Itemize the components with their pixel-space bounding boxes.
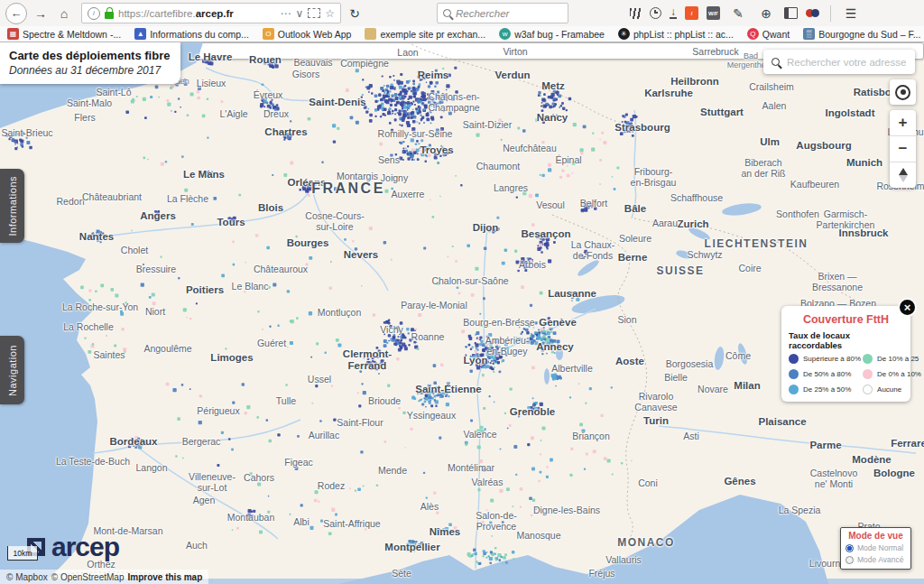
containers-icon[interactable] <box>806 8 820 19</box>
map-label: Neufchâteau <box>503 143 557 153</box>
zoom-controls: + − <box>890 110 916 188</box>
map-label: Strasbourg <box>614 122 670 134</box>
radio-button[interactable] <box>845 544 854 552</box>
map-label: Crailsheim <box>749 81 794 92</box>
browser-chrome: ← → ⌂ i https://cartefibre.arcep.fr ⋯ ∨ … <box>0 0 924 42</box>
page-actions-icon[interactable]: ⋯ <box>280 7 291 20</box>
legend-color-dot <box>789 354 799 364</box>
bookmark-label: Qwant <box>762 29 790 40</box>
bookmark-star-icon[interactable]: ☆ <box>325 7 335 20</box>
legend-close-button[interactable]: × <box>898 298 917 317</box>
library-icon[interactable] <box>630 8 642 19</box>
extension-wf-icon[interactable]: W/F <box>707 6 720 20</box>
map-canvas[interactable]: JERSEYLe HavreRouenBeauvaisCompiègneLaon… <box>0 42 924 584</box>
map-label: Montélimar <box>448 462 494 473</box>
url-text[interactable]: https://cartefibre.arcep.fr <box>118 8 275 19</box>
mapbox-link[interactable]: © Mapbox <box>6 572 48 582</box>
zoom-in-button[interactable]: + <box>890 110 916 136</box>
bookmark-item[interactable]: ▲Informations du comp... <box>134 28 249 40</box>
map-label: Briançon <box>572 431 609 441</box>
forward-button[interactable]: → <box>31 4 51 23</box>
back-button[interactable]: ← <box>5 3 27 24</box>
map-label: Milan <box>734 380 760 392</box>
bookmark-label: phpList :: phpList :: ac... <box>633 29 734 40</box>
map-label: Montpellier <box>384 542 439 553</box>
address-search-box[interactable]: Rechercher votre adresse <box>763 50 915 74</box>
screenshot-icon[interactable] <box>308 8 320 18</box>
map-label: Kaufbeuren <box>790 179 839 190</box>
map-label: Bourges <box>287 237 329 249</box>
legend-item-label: Aucune <box>877 385 901 394</box>
site-info-icon[interactable]: i <box>88 7 100 20</box>
map-label: Chalon-sur-Saône <box>431 275 508 286</box>
map-label: Lausanne <box>548 288 596 300</box>
reload-button[interactable]: ↻ <box>345 4 365 23</box>
map-label: Bordeaux <box>109 436 157 448</box>
bookmark-item[interactable]: QQwant <box>747 28 790 40</box>
legend-subtitle: Taux de locaux raccordables <box>789 330 903 350</box>
url-bar[interactable]: i https://cartefibre.arcep.fr ⋯ ∨ ☆ <box>81 3 341 23</box>
history-icon[interactable] <box>650 7 661 19</box>
zoom-out-button[interactable]: − <box>890 136 916 162</box>
bookmark-favicon: ✳ <box>618 28 630 40</box>
pocket-icon[interactable]: ∨ <box>295 7 303 20</box>
map-label: Valence <box>463 429 496 440</box>
map-label: Grenoble <box>510 406 555 418</box>
view-mode-option-label: Mode Normal <box>857 543 903 552</box>
bookmark-item[interactable]: exemple site pr exchan... <box>365 28 485 40</box>
map-label: Dreux <box>263 108 289 119</box>
map-label: Poitiers <box>186 284 224 296</box>
extension-pen-icon[interactable]: ✎ <box>728 4 748 23</box>
view-mode-option[interactable]: Mode Normal <box>845 543 906 552</box>
toolbar-separator <box>830 5 831 22</box>
bookmark-item[interactable]: OOutlook Web App <box>263 28 352 40</box>
sidebar-tab-informations[interactable]: Informations <box>0 169 24 243</box>
browser-search-bar[interactable]: Rechercher <box>437 3 568 23</box>
radio-button[interactable] <box>845 556 854 564</box>
map-label: Nîmes <box>430 526 461 538</box>
map-label: Angoulême <box>143 343 191 354</box>
legend-color-dot <box>863 385 873 394</box>
map-scale: 10km <box>7 546 38 561</box>
map-label: Borgosesia <box>666 358 714 369</box>
bookmark-item[interactable]: ▦Spectre & Meltdown -... <box>7 28 121 40</box>
map-label: Saint-Étienne <box>415 384 481 395</box>
map-label: La Roche-sur-Yon <box>62 301 138 312</box>
map-label: Rodez <box>318 480 345 491</box>
map-label: Saint-Brieuc <box>1 127 52 138</box>
map-label: La Spezia <box>779 505 821 515</box>
map-label: Sarrebruck <box>692 46 738 57</box>
view-mode-options: Mode NormalMode Avancé <box>845 543 906 564</box>
improve-map-link[interactable]: Improve this map <box>127 572 202 582</box>
bookmark-favicon: Q <box>747 28 759 40</box>
map-label: Munich <box>846 157 882 169</box>
map-label: Ambérieu- en-Bugey <box>485 335 529 357</box>
extension-globe-icon[interactable]: ⊕ <box>756 4 776 23</box>
map-label: Agen <box>193 495 216 505</box>
map-label: Le Blanc <box>232 281 269 292</box>
osm-link[interactable]: © OpenStreetMap <box>51 572 125 582</box>
map-label: Heilbronn <box>670 76 719 88</box>
map-label: Le Mans <box>183 169 225 181</box>
map-label: Tulle <box>276 395 296 406</box>
home-button[interactable]: ⌂ <box>54 4 74 23</box>
map-label: Rivarolo Canavese <box>634 391 677 413</box>
download-icon[interactable]: ↓ <box>670 7 677 19</box>
menu-icon[interactable]: ☰ <box>841 4 861 23</box>
map-label: Montauban <box>227 512 275 523</box>
sidebar-icon[interactable] <box>784 7 798 19</box>
bookmark-item[interactable]: ▒Bourgogne du Sud – F... <box>803 28 920 40</box>
map-subtitle: Données au 31 décembre 2017 <box>9 64 170 77</box>
view-mode-option[interactable]: Mode Avancé <box>845 555 906 564</box>
legend-color-dot <box>789 385 799 394</box>
compass-button[interactable] <box>890 162 916 188</box>
map-label: Langon <box>135 462 167 473</box>
geolocate-button[interactable] <box>890 79 916 105</box>
bookmark-item[interactable]: ww3af bug - Framabee <box>499 28 605 40</box>
extension-orange-icon[interactable]: / <box>685 6 698 20</box>
bookmark-item[interactable]: ✳phpList :: phpList :: ac... <box>618 28 734 40</box>
sidebar-tab-navigation[interactable]: Navigation <box>0 336 24 404</box>
map-label: Castelnovo ne' Monti <box>810 468 858 489</box>
map-label: Saintes <box>93 349 125 360</box>
toolbar-icons: ↓/W/F✎⊕☰ <box>630 4 861 23</box>
